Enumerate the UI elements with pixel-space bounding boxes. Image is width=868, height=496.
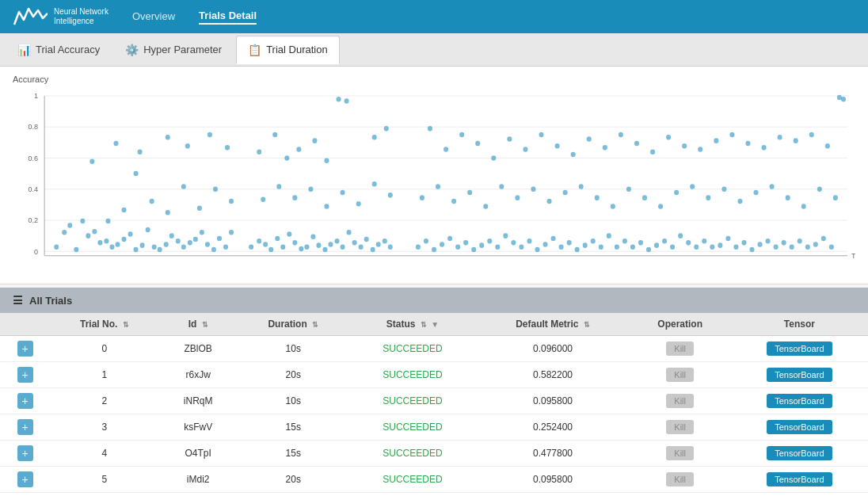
svg-point-51 bbox=[181, 184, 186, 189]
row-status: SUCCEEDED bbox=[348, 467, 476, 493]
sort-icon-id[interactable]: ⇅ bbox=[202, 321, 208, 329]
status-badge: SUCCEEDED bbox=[383, 369, 442, 380]
svg-point-187 bbox=[451, 199, 456, 204]
row-operation: Kill bbox=[630, 414, 731, 441]
tab-trial-accuracy[interactable]: 📊 Trial Accuracy bbox=[6, 36, 111, 64]
sort-icon-status[interactable]: ⇅ bbox=[421, 321, 427, 329]
svg-point-145 bbox=[741, 240, 746, 246]
svg-point-16 bbox=[62, 230, 67, 235]
row-metric: 0.096000 bbox=[476, 336, 629, 362]
expand-button[interactable]: + bbox=[17, 419, 33, 435]
row-tensor: TensorBoard bbox=[731, 362, 868, 388]
kill-button[interactable]: Kill bbox=[666, 446, 694, 460]
tensorboard-button[interactable]: TensorBoard bbox=[767, 341, 832, 356]
svg-point-58 bbox=[185, 143, 190, 149]
kill-button[interactable]: Kill bbox=[666, 420, 694, 434]
tensorboard-button[interactable]: TensorBoard bbox=[767, 368, 832, 382]
svg-point-159 bbox=[428, 126, 432, 132]
svg-point-138 bbox=[686, 240, 691, 246]
svg-point-164 bbox=[507, 136, 512, 142]
svg-point-70 bbox=[304, 245, 309, 250]
status-badge: SUCCEEDED bbox=[383, 474, 442, 485]
row-tensor: TensorBoard bbox=[731, 414, 868, 441]
svg-point-31 bbox=[152, 245, 157, 250]
svg-point-42 bbox=[217, 236, 222, 242]
row-trial-no: 6 bbox=[50, 493, 158, 497]
row-expand-cell: + bbox=[0, 441, 50, 467]
svg-point-165 bbox=[523, 147, 527, 152]
svg-point-89 bbox=[257, 150, 261, 155]
svg-point-100 bbox=[341, 190, 345, 196]
tabs-bar: 📊 Trial Accuracy ⚙️ Hyper Parameter 📋 Tr… bbox=[0, 33, 868, 67]
svg-point-73 bbox=[322, 247, 327, 253]
svg-point-156 bbox=[829, 245, 834, 250]
expand-button[interactable]: + bbox=[17, 367, 33, 383]
svg-point-45 bbox=[89, 159, 94, 165]
svg-point-140 bbox=[702, 238, 706, 244]
filter-icon-status[interactable]: ▼ bbox=[431, 320, 439, 329]
row-tensor: TensorBoard bbox=[731, 388, 868, 414]
svg-point-179 bbox=[745, 141, 750, 147]
row-expand-cell: + bbox=[0, 362, 50, 388]
tensorboard-button[interactable]: TensorBoard bbox=[767, 394, 832, 408]
svg-point-40 bbox=[205, 242, 210, 247]
col-operation: Operation bbox=[630, 313, 731, 336]
sort-icon-trial-no[interactable]: ⇅ bbox=[123, 321, 129, 329]
row-trial-no: 5 bbox=[50, 467, 158, 493]
kill-button[interactable]: Kill bbox=[666, 368, 694, 382]
svg-point-48 bbox=[134, 171, 139, 177]
row-metric: 0.252400 bbox=[476, 414, 629, 441]
col-trial-no: Trial No. ⇅ bbox=[50, 313, 158, 336]
row-expand-cell: + bbox=[0, 493, 50, 497]
nav-trials-detail[interactable]: Trials Detail bbox=[199, 10, 257, 25]
tab-trial-duration[interactable]: 📋 Trial Duration bbox=[236, 36, 340, 64]
trials-section-header: ☰ All Trials bbox=[0, 288, 868, 313]
svg-point-147 bbox=[758, 242, 763, 247]
svg-point-173 bbox=[650, 150, 655, 155]
svg-point-172 bbox=[634, 141, 639, 147]
svg-point-131 bbox=[630, 245, 635, 250]
svg-point-210 bbox=[817, 186, 822, 192]
svg-point-35 bbox=[176, 238, 181, 244]
svg-point-65 bbox=[275, 236, 280, 242]
svg-point-134 bbox=[654, 242, 659, 248]
row-id: O4TpI bbox=[158, 441, 238, 467]
svg-point-191 bbox=[515, 195, 520, 200]
tensorboard-button[interactable]: TensorBoard bbox=[767, 446, 832, 460]
svg-point-208 bbox=[786, 195, 790, 200]
hyper-parameter-icon: ⚙️ bbox=[125, 44, 139, 56]
svg-point-67 bbox=[287, 231, 291, 237]
row-status: SUCCEEDED bbox=[348, 388, 476, 414]
expand-button[interactable]: + bbox=[17, 445, 33, 461]
col-tensor: Tensor bbox=[731, 313, 868, 336]
expand-button[interactable]: + bbox=[17, 341, 33, 357]
svg-point-82 bbox=[376, 242, 381, 247]
svg-point-54 bbox=[229, 199, 234, 204]
svg-point-28 bbox=[134, 247, 139, 253]
sort-icon-metric[interactable]: ⇅ bbox=[584, 321, 590, 329]
svg-point-63 bbox=[263, 242, 268, 247]
svg-point-49 bbox=[150, 199, 154, 204]
svg-point-142 bbox=[718, 242, 722, 248]
kill-button[interactable]: Kill bbox=[666, 341, 694, 356]
tensorboard-button[interactable]: TensorBoard bbox=[767, 420, 832, 434]
svg-point-17 bbox=[67, 223, 72, 228]
row-id: cTYJI bbox=[158, 493, 238, 497]
kill-button[interactable]: Kill bbox=[666, 472, 694, 486]
tensorboard-button[interactable]: TensorBoard bbox=[767, 472, 832, 486]
expand-button[interactable]: + bbox=[17, 393, 33, 409]
sort-icon-duration[interactable]: ⇅ bbox=[312, 321, 318, 329]
expand-button[interactable]: + bbox=[17, 471, 33, 487]
trials-section: ☰ All Trials Trial No. ⇅ Id ⇅ Duration ⇅ bbox=[0, 288, 868, 496]
kill-button[interactable]: Kill bbox=[666, 394, 694, 408]
row-metric: 0.095800 bbox=[476, 467, 629, 493]
svg-point-68 bbox=[292, 240, 297, 246]
svg-point-117 bbox=[519, 245, 523, 250]
tab-hyper-parameter[interactable]: ⚙️ Hyper Parameter bbox=[114, 36, 233, 64]
svg-point-64 bbox=[268, 247, 273, 253]
nav-overview[interactable]: Overview bbox=[132, 10, 175, 24]
svg-point-90 bbox=[272, 132, 277, 138]
svg-text:Trial: Trial bbox=[851, 251, 855, 260]
svg-point-60 bbox=[225, 145, 230, 151]
svg-point-95 bbox=[261, 197, 265, 203]
